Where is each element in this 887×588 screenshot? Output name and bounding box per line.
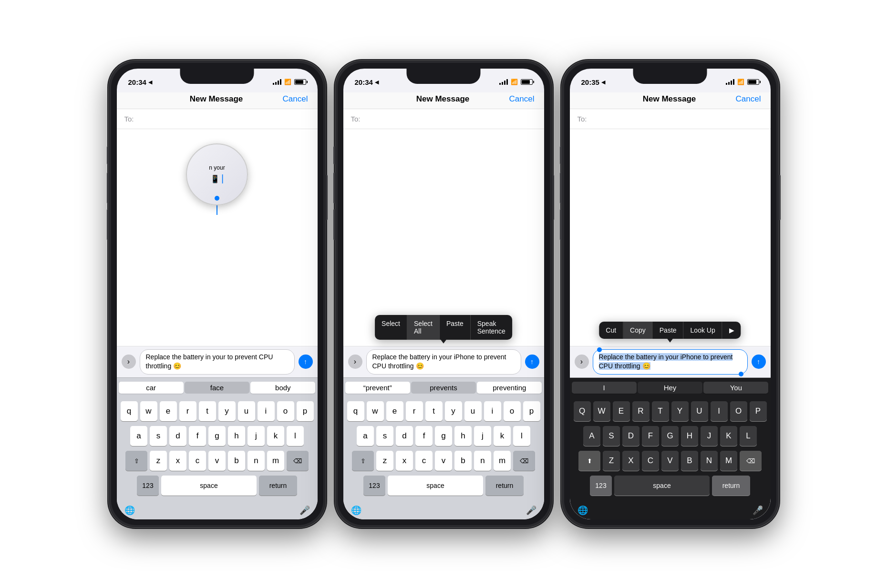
key-2-e[interactable]: e	[386, 401, 403, 421]
key-3-y[interactable]: Y	[671, 401, 689, 421]
globe-icon-3[interactable]: 🌐	[578, 505, 588, 516]
key-3-p[interactable]: P	[750, 401, 767, 421]
key-123[interactable]: 123	[137, 476, 159, 496]
key-3-j[interactable]: J	[701, 426, 718, 446]
key-a[interactable]: a	[130, 426, 147, 446]
key-3-f[interactable]: F	[642, 426, 659, 446]
menu-paste[interactable]: Paste	[440, 315, 471, 340]
key-return[interactable]: return	[259, 476, 297, 496]
menu-more[interactable]: ▶	[722, 322, 741, 339]
key-3-h[interactable]: H	[681, 426, 698, 446]
key-3-a[interactable]: A	[583, 426, 600, 446]
apps-button-1[interactable]: ›	[122, 355, 136, 369]
key-2-space[interactable]: space	[388, 476, 483, 496]
key-2-delete[interactable]: ⌫	[513, 451, 535, 471]
suggestion-2-1[interactable]: prevents	[411, 382, 476, 394]
key-3-c[interactable]: C	[642, 451, 659, 471]
key-2-w[interactable]: w	[367, 401, 384, 421]
key-2-123[interactable]: 123	[363, 476, 385, 496]
to-field-1[interactable]: To:	[117, 109, 318, 129]
key-3-delete[interactable]: ⌫	[740, 451, 762, 471]
key-o[interactable]: o	[277, 401, 294, 421]
key-2-p[interactable]: p	[523, 401, 540, 421]
key-3-shift[interactable]: ⬆	[578, 451, 600, 471]
key-3-k[interactable]: K	[720, 426, 737, 446]
key-t[interactable]: t	[199, 401, 216, 421]
key-j[interactable]: j	[248, 426, 265, 446]
menu-look-up[interactable]: Look Up	[684, 322, 722, 339]
key-3-s[interactable]: S	[603, 426, 620, 446]
key-w[interactable]: w	[140, 401, 157, 421]
key-c[interactable]: c	[189, 451, 206, 471]
key-3-g[interactable]: G	[661, 426, 679, 446]
to-field-3[interactable]: To:	[570, 109, 771, 129]
send-button-3[interactable]: ↑	[752, 355, 766, 369]
key-2-o[interactable]: o	[504, 401, 521, 421]
key-2-b[interactable]: b	[454, 451, 472, 471]
suggestion-1-0[interactable]: car	[119, 382, 184, 394]
apps-button-2[interactable]: ›	[348, 355, 362, 369]
suggestion-2-0[interactable]: “prevent”	[345, 382, 410, 394]
key-3-i[interactable]: I	[711, 401, 728, 421]
key-3-e[interactable]: E	[613, 401, 630, 421]
key-2-t[interactable]: t	[425, 401, 443, 421]
apps-button-3[interactable]: ›	[575, 355, 589, 369]
key-3-123[interactable]: 123	[590, 476, 612, 496]
menu-paste[interactable]: Paste	[653, 322, 684, 339]
key-3-return[interactable]: return	[712, 476, 750, 496]
suggestion-3-1[interactable]: Hey	[638, 382, 702, 394]
key-2-f[interactable]: f	[415, 426, 433, 446]
key-x[interactable]: x	[169, 451, 186, 471]
key-delete[interactable]: ⌫	[287, 451, 309, 471]
key-2-x[interactable]: x	[396, 451, 413, 471]
key-e[interactable]: e	[160, 401, 177, 421]
key-2-d[interactable]: d	[396, 426, 413, 446]
key-3-l[interactable]: L	[740, 426, 757, 446]
cancel-button-3[interactable]: Cancel	[736, 94, 761, 104]
key-g[interactable]: g	[208, 426, 226, 446]
message-input-2[interactable]: Replace the battery in your iPhone to pr…	[366, 349, 521, 375]
key-y[interactable]: y	[218, 401, 236, 421]
mic-icon-1[interactable]: 🎤	[299, 505, 310, 516]
key-3-u[interactable]: U	[691, 401, 708, 421]
cancel-button-1[interactable]: Cancel	[283, 94, 308, 104]
cancel-button-2[interactable]: Cancel	[509, 94, 535, 104]
key-2-r[interactable]: r	[406, 401, 423, 421]
key-3-d[interactable]: D	[622, 426, 639, 446]
key-p[interactable]: p	[297, 401, 314, 421]
key-2-v[interactable]: v	[435, 451, 452, 471]
key-2-c[interactable]: c	[415, 451, 433, 471]
key-q[interactable]: q	[121, 401, 138, 421]
key-2-u[interactable]: u	[464, 401, 482, 421]
key-2-y[interactable]: y	[445, 401, 462, 421]
mic-icon-3[interactable]: 🎤	[753, 505, 763, 516]
key-3-z[interactable]: Z	[603, 451, 620, 471]
key-2-m[interactable]: m	[494, 451, 511, 471]
globe-icon-1[interactable]: 🌐	[124, 505, 135, 516]
key-s[interactable]: s	[150, 426, 167, 446]
key-shift[interactable]: ⇧	[125, 451, 147, 471]
menu-select-all[interactable]: Select All	[407, 315, 440, 340]
suggestion-3-2[interactable]: You	[703, 382, 768, 394]
menu-copy[interactable]: Copy	[623, 322, 653, 339]
key-2-l[interactable]: l	[513, 426, 530, 446]
send-button-1[interactable]: ↑	[299, 355, 313, 369]
key-f[interactable]: f	[189, 426, 206, 446]
key-2-shift[interactable]: ⇧	[352, 451, 374, 471]
key-2-h[interactable]: h	[454, 426, 472, 446]
key-r[interactable]: r	[179, 401, 196, 421]
key-b[interactable]: b	[228, 451, 245, 471]
key-2-g[interactable]: g	[435, 426, 452, 446]
key-3-r[interactable]: R	[632, 401, 650, 421]
key-3-space[interactable]: space	[614, 476, 710, 496]
suggestion-2-2[interactable]: preventing	[477, 382, 542, 394]
key-n[interactable]: n	[248, 451, 265, 471]
suggestion-1-2[interactable]: body	[250, 382, 315, 394]
send-button-2[interactable]: ↑	[525, 355, 539, 369]
key-2-z[interactable]: z	[376, 451, 393, 471]
key-space[interactable]: space	[161, 476, 257, 496]
key-i[interactable]: i	[258, 401, 275, 421]
key-z[interactable]: z	[150, 451, 167, 471]
key-3-w[interactable]: W	[593, 401, 610, 421]
key-u[interactable]: u	[238, 401, 255, 421]
